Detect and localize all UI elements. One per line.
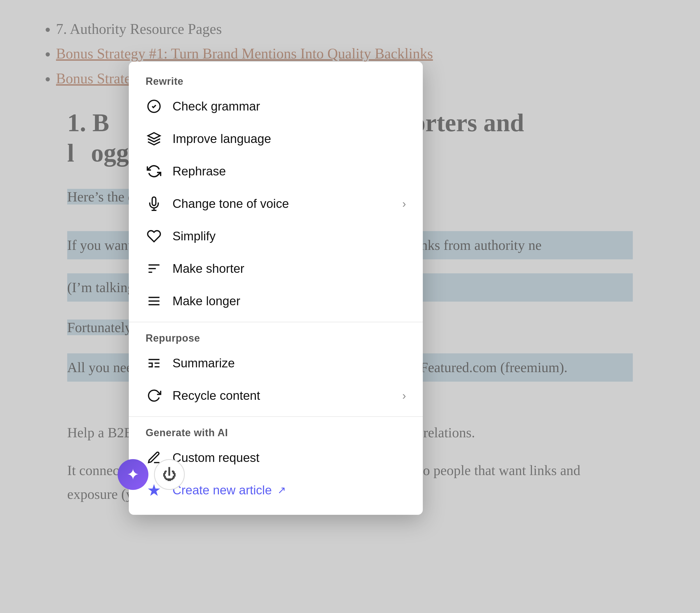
ai-floating-button[interactable]: ✦ (118, 459, 149, 490)
menu-item-recycle-content[interactable]: Recycle content › (129, 379, 423, 412)
menu-divider (129, 416, 423, 417)
power-icon: ⏻ (162, 466, 176, 483)
floating-buttons: ✦ ⏻ (118, 459, 185, 490)
menu-item-simplify[interactable]: Simplify (129, 220, 423, 252)
menu-item-label: Improve language (173, 132, 271, 146)
section-label-repurpose: Repurpose (129, 327, 423, 347)
mic-icon (145, 195, 162, 212)
simplify-icon (145, 228, 162, 245)
menu-item-make-shorter[interactable]: Make shorter (129, 252, 423, 285)
power-floating-button[interactable]: ⏻ (154, 459, 185, 490)
menu-item-label: Summarize (173, 356, 235, 370)
menu-item-label: Custom request (173, 451, 259, 465)
menu-item-label: Rephrase (173, 164, 226, 178)
section-label-generate: Generate with AI (129, 421, 423, 442)
menu-item-label: Check grammar (173, 99, 260, 113)
summarize-icon (145, 355, 162, 371)
menu-item-label: Simplify (173, 229, 216, 243)
menu-item-rephrase[interactable]: Rephrase (129, 155, 423, 187)
menu-item-label: Make shorter (173, 262, 244, 276)
external-link-icon: ↗ (278, 484, 286, 496)
menu-item-label: Make longer (173, 294, 240, 308)
menu-item-improve-language[interactable]: Improve language (129, 122, 423, 155)
menu-item-label: Change tone of voice (173, 197, 289, 211)
check-circle-icon (145, 98, 162, 115)
make-shorter-icon (145, 260, 162, 277)
menu-item-check-grammar[interactable]: Check grammar (129, 90, 423, 122)
section-label-rewrite: Rewrite (129, 70, 423, 90)
menu-item-label: Create new article (173, 483, 272, 497)
improve-icon (145, 130, 162, 147)
chevron-right-icon: › (402, 390, 406, 402)
menu-item-label: Recycle content (173, 389, 260, 403)
menu-item-make-longer[interactable]: Make longer (129, 285, 423, 317)
chevron-right-icon: › (402, 197, 406, 210)
recycle-icon (145, 387, 162, 404)
menu-divider (129, 322, 423, 322)
menu-item-change-tone[interactable]: Change tone of voice › (129, 187, 423, 220)
sparkle-icon: ✦ (127, 466, 139, 483)
menu-item-summarize[interactable]: Summarize (129, 347, 423, 379)
context-menu: Rewrite Check grammar Improve language (129, 62, 423, 515)
rephrase-icon (145, 163, 162, 180)
make-longer-icon (145, 293, 162, 310)
